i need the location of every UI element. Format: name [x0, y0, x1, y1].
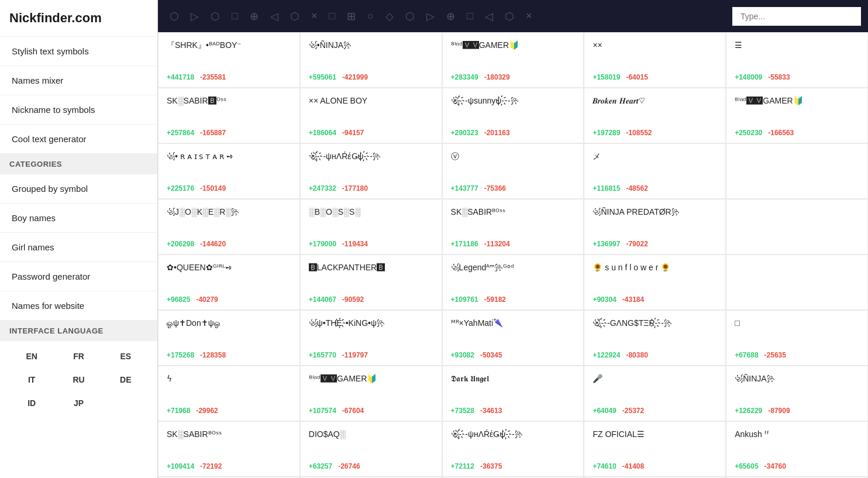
nick-card[interactable]: ⁸ᴵⁿᵈ🆅🆅GAMER🔰+283349-180329	[442, 32, 584, 88]
nick-card[interactable]: Ankush ᶠᶠ+65605-34760	[726, 421, 868, 477]
stat-plus: +65605	[735, 462, 758, 470]
language-item[interactable]: ID	[9, 393, 54, 414]
nick-card[interactable]: ꧁Legendᴬᵐ꧂ᴳᵒᵈ+109761-59182	[442, 255, 584, 310]
nick-card[interactable]: ⁸ᴵⁿᵈ🆅🆅GAMER🔰+107574-67604	[300, 366, 442, 421]
category-item[interactable]: Girl names	[0, 233, 157, 262]
stat-minus: -94157	[342, 129, 364, 137]
nick-card[interactable]: ϟ+71968-29962	[158, 366, 300, 421]
nick-card[interactable]: SK░SABIRᴮᴼˢˢ+171186-113204	[442, 199, 584, 255]
nick-name: ஓψ✝Don✝ψஓ	[167, 318, 291, 348]
nick-card[interactable]: 𝕯𝖆𝖗𝖐 𝖀𝖓𝖌𝖊𝖑+73528-34613	[442, 366, 584, 421]
nick-stats: +109414-72192	[167, 462, 291, 470]
nav-item[interactable]: Stylish text symbols	[0, 37, 157, 66]
search-input[interactable]	[732, 7, 861, 26]
nick-card[interactable]: ░B░O░S░S░+179000-119434	[300, 199, 442, 255]
category-item[interactable]: Boy names	[0, 204, 157, 233]
nick-name: Ankush ᶠᶠ	[735, 429, 859, 459]
stat-plus: +90304	[593, 295, 616, 304]
language-item[interactable]: ES	[104, 346, 148, 367]
stat-plus: +441718	[167, 73, 194, 81]
nav-item[interactable]: Cool text generator	[0, 125, 157, 154]
nick-stats: +179000-119434	[309, 240, 433, 248]
nick-stats: +72112-36375	[451, 462, 576, 470]
nick-card[interactable]: ☰+148009-55833	[726, 32, 868, 88]
category-item[interactable]: Password generator	[0, 262, 157, 291]
nick-card[interactable]: ꧁-҉-GΛNG$TΞR-҉-꧂+122924-80380	[584, 310, 726, 366]
stat-plus: +72112	[451, 462, 474, 470]
nick-card[interactable]: ஓψ✝Don✝ψஓ+175268-128358	[158, 310, 300, 366]
stat-plus: +109414	[167, 462, 194, 470]
nick-stats: +171186-113204	[451, 240, 576, 248]
nick-name: ꧁• ʀ ᴀ ɪ ꜱ ᴛ ᴀ ʀ ➺	[167, 151, 291, 181]
language-item[interactable]: RU	[56, 369, 101, 390]
nick-card[interactable]: 𝑩𝒓𝒐𝒌𝒆𝒏 𝑯𝒆𝒂𝒓𝒕♡+197289-108552	[584, 88, 726, 143]
nick-card[interactable]: □+67688-25635	[726, 310, 868, 366]
nav-item[interactable]: Names mixer	[0, 66, 157, 95]
nick-card[interactable]: ꧁-҉-ψsunnyψ-҉-꧂+290323-201163	[442, 88, 584, 143]
stat-minus: -166563	[768, 129, 794, 137]
stat-plus: +257864	[167, 129, 194, 137]
nav-item[interactable]: Nickname to symbols	[0, 95, 157, 125]
nick-name	[735, 262, 859, 300]
stat-plus: +225176	[167, 184, 194, 192]
category-item[interactable]: Names for website	[0, 291, 157, 321]
stat-minus: -87909	[768, 407, 790, 415]
nick-card[interactable]: ꧁J░O░K░E░R░꧂+206298-144620	[158, 199, 300, 255]
language-item[interactable]: FR	[56, 346, 101, 367]
nick-stats: +257864-165887	[167, 129, 291, 137]
stat-minus: -48562	[626, 184, 647, 192]
nick-card[interactable]	[726, 199, 868, 255]
nick-card[interactable]: ꧁ÑINJA꧂+126229-87909	[726, 366, 868, 421]
top-bar: ⬡▷⬡□⊕ ◁⬡×□⊞ ○◇⬡▷⊕ □◁⬡×	[158, 0, 868, 32]
nick-card[interactable]: ꧁ÑINJA PREDATØR꧂+136997-79022	[584, 199, 726, 255]
nick-card[interactable]: 🅱LACKPANTHER🅱+144067-90592	[300, 255, 442, 310]
nick-card[interactable]: メ+116815-48562	[584, 143, 726, 199]
nick-card[interactable]	[726, 255, 868, 310]
nick-card[interactable]: ꧁-҉-ψнΛŔέǤψ-҉-꧂+247332-177180	[300, 143, 442, 199]
nick-card[interactable]: ×× +158019-64015	[584, 32, 726, 88]
language-item[interactable]: EN	[9, 346, 54, 367]
nick-name: 『SHRK』•ᴮᴬᴰBOY⁻	[167, 40, 291, 70]
nick-card[interactable]: SK░SABIRᴮᴼˢˢ+109414-72192	[158, 421, 300, 477]
category-item[interactable]: Grouped by symbol	[0, 174, 157, 204]
stat-plus: +595061	[309, 73, 336, 81]
nick-card[interactable]: DIO$AQ░+63257-26746	[300, 421, 442, 477]
nick-name: ××	[593, 40, 717, 70]
sidebar: Nickfinder.com Stylish text symbolsNames…	[0, 0, 158, 478]
categories-header: CATEGORIES	[0, 154, 157, 174]
nick-card[interactable]: FZ OFICIAL☰+74610-41408	[584, 421, 726, 477]
stat-plus: +171186	[451, 240, 478, 248]
nick-stats: +67688-25635	[735, 351, 859, 359]
nick-card[interactable]: ×× ALONE BOY+186064-94157	[300, 88, 442, 143]
language-item[interactable]: DE	[104, 369, 148, 390]
nick-card[interactable]: ᴹᴿ×YahMati🌂+93082-50345	[442, 310, 584, 366]
nick-card[interactable]	[726, 143, 868, 199]
nick-card[interactable]: ꧁• ʀ ᴀ ɪ ꜱ ᴛ ᴀ ʀ ➺+225176-150149	[158, 143, 300, 199]
stat-plus: +283349	[451, 73, 478, 81]
nick-card[interactable]: ꧁•ÑINJA꧂+595061-421999	[300, 32, 442, 88]
stat-minus: -36375	[480, 462, 502, 470]
nick-name: ꧁ÑINJA꧂	[735, 373, 859, 403]
nick-card[interactable]: ⓥ+143777-75366	[442, 143, 584, 199]
stat-plus: +143777	[451, 184, 478, 192]
stat-plus: +126229	[735, 407, 762, 415]
nick-card[interactable]: SK░SABIR🅱ᴼˢˢ+257864-165887	[158, 88, 300, 143]
stat-plus: +73528	[451, 407, 474, 415]
nick-name: ⓥ	[451, 151, 576, 181]
stat-minus: -50345	[480, 351, 502, 359]
nick-name: SK░SABIRᴮᴼˢˢ	[167, 429, 291, 459]
nick-card[interactable]: 『SHRK』•ᴮᴬᴰBOY⁻+441718-235581	[158, 32, 300, 88]
nick-name: ꧁ÑINJA PREDATØR꧂	[593, 207, 717, 236]
nick-card[interactable]: ꧁-҉-ψнΛŔέǤψ-҉-꧂+72112-36375	[442, 421, 584, 477]
nick-stats: +165770-119797	[309, 351, 433, 359]
language-item[interactable]: IT	[9, 369, 54, 390]
nick-card[interactable]: 🎤+64049-25372	[584, 366, 726, 421]
nick-name: 🌻 s u n f l o w e r 🌻	[593, 262, 717, 292]
nick-card[interactable]: ꧁ψ•THE҉•KiNG•ψ꧂+165770-119797	[300, 310, 442, 366]
stat-plus: +197289	[593, 129, 620, 137]
nick-card[interactable]: ✿•QUEEN✿ᴳᴵᴿᴸ➺+96825-40279	[158, 255, 300, 310]
nick-name: ᴹᴿ×YahMati🌂	[451, 318, 576, 348]
nick-card[interactable]: 🌻 s u n f l o w e r 🌻+90304-43184	[584, 255, 726, 310]
nick-card[interactable]: ⁸ᴵⁿᵈ🆅🆅GAMER🔰+250230-166563	[726, 88, 868, 143]
language-item[interactable]: JP	[56, 393, 101, 414]
